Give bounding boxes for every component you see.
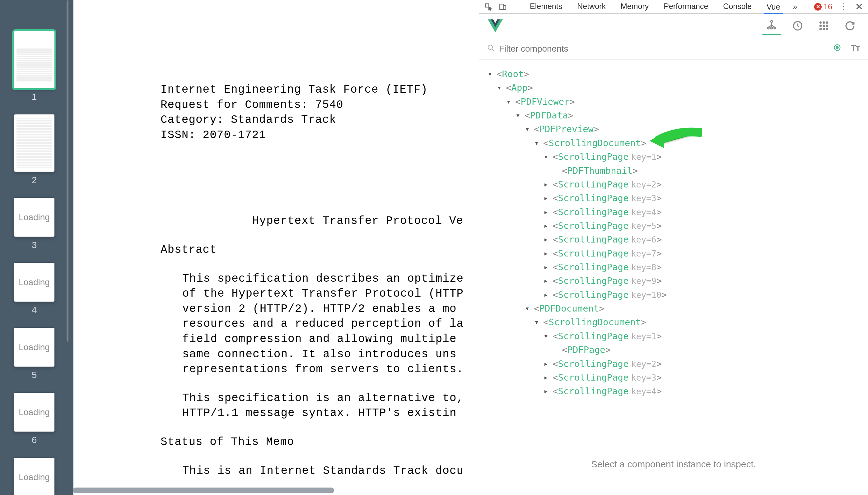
component-name: PDFPreview: [539, 124, 594, 134]
components-tab-icon[interactable]: [762, 16, 781, 35]
collapse-icon[interactable]: [545, 150, 550, 164]
thumbnail-number: 6: [32, 435, 37, 445]
thumbnail-page[interactable]: [14, 31, 54, 88]
tree-node-scrollingpage[interactable]: <ScrollingPagekey=9>: [488, 274, 868, 288]
component-tree[interactable]: <Root><App><PDFViewer><PDFData><PDFPrevi…: [479, 60, 868, 433]
thumbnail-rail[interactable]: 12Loading3Loading4Loading5Loading6Loadin…: [0, 0, 68, 495]
expand-icon[interactable]: [545, 274, 550, 288]
doc-line: Category: Standards Track: [161, 113, 479, 128]
devtools-tab-memory[interactable]: Memory: [613, 0, 656, 14]
thumbnail-page[interactable]: [14, 115, 54, 172]
tree-node-scrollingpage[interactable]: <ScrollingPagekey=3>: [488, 191, 868, 205]
expand-icon[interactable]: [545, 205, 550, 219]
doc-para-line: This is an Internet Standards Track docu: [161, 464, 479, 479]
component-name: Root: [502, 69, 523, 79]
thumbnail-item[interactable]: 2: [14, 115, 54, 185]
thumbnail-page[interactable]: Loading: [14, 458, 54, 495]
devtools-tab-elements[interactable]: Elements: [522, 0, 570, 14]
search-icon: [487, 44, 495, 54]
thumbnail-item[interactable]: 1: [14, 31, 54, 102]
tree-node-scrollingpage[interactable]: <ScrollingPagekey=1>: [488, 329, 868, 343]
thumbnail-item[interactable]: Loading6: [14, 393, 54, 445]
tree-node-pdfviewer[interactable]: <PDFViewer>: [488, 95, 868, 108]
tree-node-pdfpage[interactable]: <PDFPage>: [488, 343, 868, 357]
svg-point-12: [826, 21, 829, 24]
error-dot-icon: ✕: [814, 3, 822, 11]
error-badge[interactable]: ✕ 16: [814, 2, 832, 11]
inspect-element-icon[interactable]: [484, 2, 493, 11]
component-name: PDFData: [530, 110, 568, 121]
doc-para-line: of the Hypertext Transfer Protocol (HTTP: [161, 286, 479, 302]
tree-node-scrollingdocument[interactable]: <ScrollingDocument>: [488, 315, 868, 329]
expand-icon[interactable]: [545, 191, 550, 205]
tree-node-app[interactable]: <App>: [488, 81, 868, 95]
thumbnail-item[interactable]: Loading4: [14, 263, 54, 315]
thumbnail-item[interactable]: Loading5: [14, 328, 54, 380]
thumbnail-item[interactable]: Loading: [14, 458, 54, 495]
expand-icon[interactable]: [545, 384, 550, 398]
doc-para-line: HTTP/1.1 message syntax. HTTP's existin: [161, 406, 479, 421]
devtools-menu-icon[interactable]: ⋮: [840, 2, 848, 12]
tree-node-scrollingpage[interactable]: <ScrollingPagekey=3>: [488, 371, 868, 384]
collapse-icon[interactable]: [535, 315, 541, 329]
collapse-icon[interactable]: [516, 108, 522, 122]
tree-node-scrollingpage[interactable]: <ScrollingPagekey=8>: [488, 260, 868, 274]
format-icon[interactable]: Tт: [851, 43, 860, 54]
svg-rect-0: [485, 4, 489, 7]
expand-icon[interactable]: [545, 246, 550, 260]
devtools-tabbar: ElementsNetworkMemoryPerformanceConsoleV…: [479, 0, 868, 14]
target-icon[interactable]: [833, 43, 841, 54]
devtools-tab-vue[interactable]: Vue: [759, 0, 788, 14]
tree-node-scrollingpage[interactable]: <ScrollingPagekey=4>: [488, 205, 868, 219]
devtools-tab-network[interactable]: Network: [570, 0, 613, 14]
expand-icon[interactable]: [545, 233, 550, 246]
collapse-icon[interactable]: [535, 136, 541, 150]
svg-point-15: [826, 24, 829, 27]
component-name: ScrollingPage: [558, 248, 629, 259]
tree-node-root[interactable]: <Root>: [488, 67, 868, 81]
devtools-tab-console[interactable]: Console: [716, 0, 759, 14]
component-name: ScrollingPage: [558, 207, 629, 217]
tree-node-scrollingpage[interactable]: <ScrollingPagekey=7>: [488, 246, 868, 260]
expand-icon[interactable]: [545, 219, 550, 233]
tree-node-scrollingpage[interactable]: <ScrollingPagekey=2>: [488, 357, 868, 371]
component-name: ScrollingPage: [558, 262, 629, 272]
thumbnail-page[interactable]: Loading: [14, 198, 54, 237]
document-area[interactable]: Internet Engineering Task Force (IETF) R…: [68, 0, 479, 495]
thumbnail-number: 4: [32, 305, 37, 315]
tree-node-pdfdata[interactable]: <PDFData>: [488, 108, 868, 122]
tabs-overflow-icon[interactable]: »: [788, 2, 803, 12]
tree-node-scrollingpage[interactable]: <ScrollingPagekey=2>: [488, 177, 868, 191]
expand-icon[interactable]: [545, 177, 550, 191]
document-hscrollbar[interactable]: [73, 488, 334, 493]
document-page: Internet Engineering Task Force (IETF) R…: [73, 0, 479, 495]
tree-node-pdfthumbnail[interactable]: <PDFThumbnail>: [488, 164, 868, 177]
devtools-close-icon[interactable]: ✕: [855, 1, 863, 12]
collapse-icon[interactable]: [498, 81, 503, 95]
collapse-icon[interactable]: [545, 329, 550, 343]
expand-icon[interactable]: [545, 260, 550, 274]
vuex-tab-icon[interactable]: [815, 16, 833, 35]
collapse-icon[interactable]: [507, 95, 513, 108]
svg-point-16: [819, 28, 822, 30]
timeline-tab-icon[interactable]: [788, 16, 807, 35]
thumbnail-item[interactable]: Loading3: [14, 198, 54, 250]
thumbnail-page[interactable]: Loading: [14, 263, 54, 302]
collapse-icon[interactable]: [488, 67, 494, 81]
collapse-icon[interactable]: [526, 122, 531, 136]
filter-input[interactable]: [499, 44, 829, 54]
expand-icon[interactable]: [545, 371, 550, 384]
thumbnail-page[interactable]: Loading: [14, 328, 54, 366]
tree-node-pdfdocument[interactable]: <PDFDocument>: [488, 302, 868, 315]
expand-icon[interactable]: [545, 288, 550, 302]
expand-icon[interactable]: [545, 357, 550, 371]
tree-node-scrollingpage[interactable]: <ScrollingPagekey=5>: [488, 219, 868, 233]
tree-node-scrollingpage[interactable]: <ScrollingPagekey=4>: [488, 384, 868, 398]
device-toggle-icon[interactable]: [498, 2, 507, 11]
tree-node-scrollingpage[interactable]: <ScrollingPagekey=10>: [488, 288, 868, 302]
refresh-icon[interactable]: [841, 16, 859, 35]
devtools-tab-performance[interactable]: Performance: [656, 0, 716, 14]
collapse-icon[interactable]: [526, 302, 531, 315]
thumbnail-page[interactable]: Loading: [14, 393, 54, 431]
tree-node-scrollingpage[interactable]: <ScrollingPagekey=6>: [488, 233, 868, 246]
